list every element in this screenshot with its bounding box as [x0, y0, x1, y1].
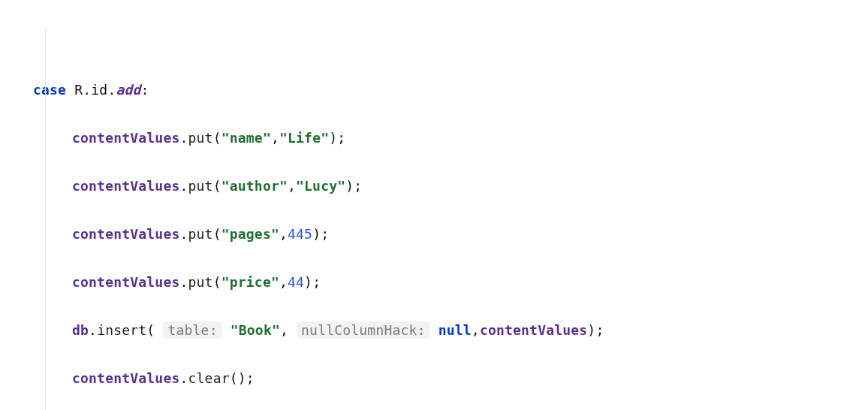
- code-line: contentValues.put("author","Lucy");: [0, 174, 868, 198]
- keyword-null: null: [439, 322, 472, 338]
- field-db: db: [72, 322, 89, 338]
- code-line: case R.id.add:: [0, 78, 868, 102]
- code-line: contentValues.put("price",44);: [0, 270, 868, 294]
- method-put: put: [188, 130, 213, 146]
- indent-guide: [45, 27, 46, 410]
- code-line: contentValues.put("name","Life");: [0, 126, 868, 150]
- string-literal: "name": [222, 130, 271, 146]
- method-clear: clear: [188, 370, 230, 386]
- method-insert: insert: [97, 322, 146, 338]
- param-hint: nullColumnHack:: [297, 321, 430, 339]
- code-line: db.insert( table: "Book", nullColumnHack…: [0, 318, 868, 342]
- code-line: contentValues.put("pages",445);: [0, 222, 868, 246]
- code-line: contentValues.clear();: [0, 366, 868, 390]
- keyword-case: case: [33, 82, 66, 98]
- class-R: R: [74, 82, 83, 98]
- string-literal: "Life": [279, 130, 329, 146]
- field-contentValues: contentValues: [72, 130, 179, 146]
- param-hint: table:: [163, 321, 222, 339]
- field-add: add: [116, 82, 140, 98]
- class-id: id: [91, 82, 107, 98]
- code-block: case R.id.add: contentValues.put("name",…: [0, 6, 868, 410]
- number-literal: 445: [288, 226, 312, 242]
